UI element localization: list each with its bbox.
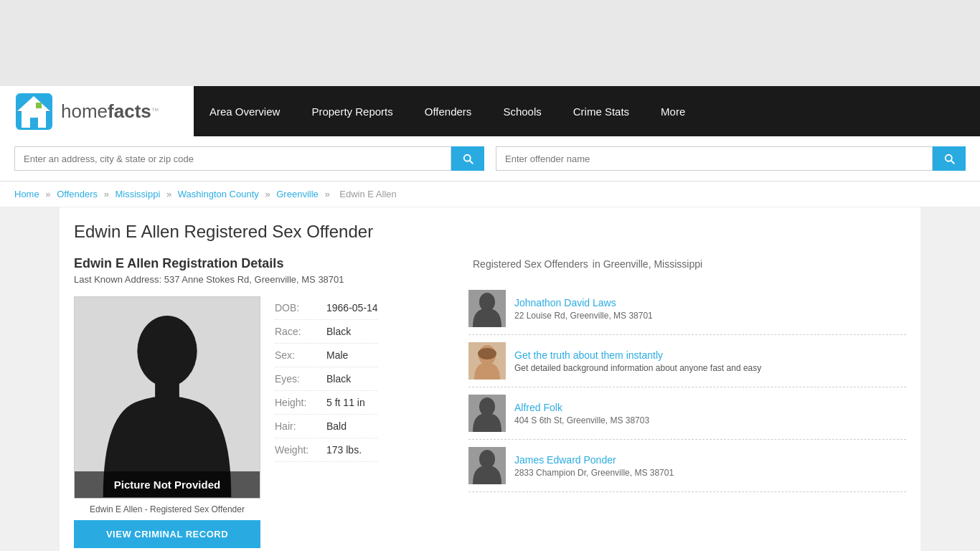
offender-info: Johnathon David Laws22 Louise Rd, Greenv… (514, 297, 653, 321)
photo-details: Picture Not Provided Edwin E Allen - Reg… (74, 296, 447, 551)
detail-value: 1966-05-14 (326, 302, 378, 314)
detail-row: Hair:Bald (275, 415, 378, 438)
main-content: Edwin E Allen Registered Sex Offender Ed… (60, 207, 920, 551)
address-value: 537 Anne Stokes Rd, Greenville, MS 38701 (164, 274, 344, 285)
registration-address: Last Known Address: 537 Anne Stokes Rd, … (74, 274, 447, 285)
logo-text: homefacts™ (61, 100, 159, 123)
detail-row: Height:5 ft 11 in (275, 391, 378, 415)
photo-label: Picture Not Provided (75, 471, 260, 498)
top-bar (0, 0, 980, 86)
detail-value: 5 ft 11 in (326, 397, 365, 408)
detail-value: Male (326, 349, 348, 361)
offender-name-link[interactable]: Johnathon David Laws (514, 297, 653, 309)
svg-rect-3 (30, 118, 38, 128)
registration-heading: Edwin E Allen Registration Details (74, 256, 447, 271)
svg-point-9 (478, 348, 496, 359)
detail-label: DOB: (275, 302, 318, 314)
svg-point-5 (137, 316, 197, 387)
offender-name-link[interactable]: Get the truth about them instantly (514, 349, 761, 361)
nav-item-offenders[interactable]: Offenders (409, 86, 488, 136)
offender-item: Johnathon David Laws22 Louise Rd, Greenv… (468, 283, 906, 335)
breadcrumb-sep-4: » (265, 189, 273, 199)
right-col: Registered Sex Offendersin Greenville, M… (468, 256, 906, 551)
offender-avatar (468, 395, 506, 432)
address-search-input[interactable] (14, 146, 451, 171)
offender-item: James Edward Ponder2833 Champion Dr, Gre… (468, 440, 906, 492)
offender-item: Get the truth about them instantlyGet de… (468, 335, 906, 387)
nav-item-property-reports[interactable]: Property Reports (296, 86, 408, 136)
logo-area: homefacts™ (0, 86, 194, 136)
detail-row: Race:Black (275, 320, 378, 344)
offender-search-group (496, 146, 966, 171)
nav-item-area-overview[interactable]: Area Overview (194, 86, 296, 136)
photo-caption: Edwin E Allen - Registered Sex Offender (74, 499, 260, 520)
detail-value: Black (326, 373, 351, 385)
breadcrumb-sep-2: » (104, 189, 112, 199)
detail-value: 173 lbs. (326, 444, 362, 456)
breadcrumb-washington-county[interactable]: Washington County (178, 189, 259, 199)
breadcrumb-greenville[interactable]: Greenville (276, 189, 319, 199)
main-nav: Area OverviewProperty ReportsOffendersSc… (194, 86, 980, 136)
detail-label: Eyes: (275, 373, 318, 385)
detail-label: Race: (275, 326, 318, 337)
breadcrumb-sep-5: » (324, 189, 332, 199)
left-col: Edwin E Allen Registration Details Last … (74, 256, 447, 551)
address-label: Last Known Address: (74, 274, 161, 285)
page-title: Edwin E Allen Registered Sex Offender (74, 222, 906, 242)
view-record-button[interactable]: VIEW CRIMINAL RECORD (74, 520, 260, 548)
address-search-group (14, 146, 484, 171)
offender-info: Get the truth about them instantlyGet de… (514, 349, 761, 373)
breadcrumb-offenders[interactable]: Offenders (57, 189, 98, 199)
offender-item: Alfred Folk404 S 6th St, Greenville, MS … (468, 387, 906, 440)
photo-placeholder: Picture Not Provided (75, 297, 260, 498)
detail-row: DOB:1966-05-14 (275, 296, 378, 320)
detail-label: Sex: (275, 349, 318, 361)
breadcrumb-sep-3: » (166, 189, 174, 199)
detail-label: Hair: (275, 420, 318, 432)
offender-list: Johnathon David Laws22 Louise Rd, Greenv… (468, 283, 906, 492)
detail-label: Height: (275, 397, 318, 408)
detail-value: Black (326, 326, 351, 337)
rso-heading: Registered Sex Offenders (473, 258, 588, 270)
rso-location: in Greenville, Mississippi (593, 258, 702, 270)
detail-value: Bald (326, 420, 347, 432)
nav-item-crime-stats[interactable]: Crime Stats (557, 86, 645, 136)
offender-address: Get detailed background information abou… (514, 363, 761, 373)
svg-rect-4 (36, 103, 42, 108)
offender-info: Alfred Folk404 S 6th St, Greenville, MS … (514, 402, 649, 425)
offender-info: James Edward Ponder2833 Champion Dr, Gre… (514, 454, 674, 478)
details-table: DOB:1966-05-14Race:BlackSex:MaleEyes:Bla… (275, 296, 378, 551)
offender-avatar (468, 290, 506, 327)
offender-search-button[interactable] (933, 146, 966, 171)
breadcrumb-current: Edwin E Allen (339, 189, 397, 199)
offender-avatar (468, 342, 506, 380)
breadcrumb-sep-1: » (45, 189, 53, 199)
photo-box: Picture Not Provided (74, 296, 260, 499)
offender-address: 404 S 6th St, Greenville, MS 38703 (514, 415, 649, 425)
offender-name-link[interactable]: James Edward Ponder (514, 454, 674, 466)
offender-avatar (468, 447, 506, 484)
breadcrumb-mississippi[interactable]: Mississippi (115, 189, 160, 199)
search-bar (0, 136, 980, 182)
nav-item-schools[interactable]: Schools (487, 86, 557, 136)
address-search-button[interactable] (451, 146, 484, 171)
breadcrumb-home[interactable]: Home (14, 189, 39, 199)
detail-label: Weight: (275, 444, 318, 456)
offender-name-link[interactable]: Alfred Folk (514, 402, 649, 413)
breadcrumb: Home » Offenders » Mississippi » Washing… (0, 182, 980, 207)
detail-row: Eyes:Black (275, 367, 378, 391)
content-wrapper: Edwin E Allen Registration Details Last … (74, 256, 906, 551)
detail-row: Weight:173 lbs. (275, 438, 378, 462)
offender-address: 2833 Champion Dr, Greenville, MS 38701 (514, 468, 674, 478)
offender-search-input[interactable] (496, 146, 933, 171)
nav-item-more[interactable]: More (645, 86, 701, 136)
header: homefacts™ Area OverviewProperty Reports… (0, 86, 980, 136)
rso-header: Registered Sex Offendersin Greenville, M… (468, 256, 906, 271)
offender-address: 22 Louise Rd, Greenville, MS 38701 (514, 311, 653, 321)
detail-row: Sex:Male (275, 344, 378, 367)
logo-icon (14, 92, 54, 131)
